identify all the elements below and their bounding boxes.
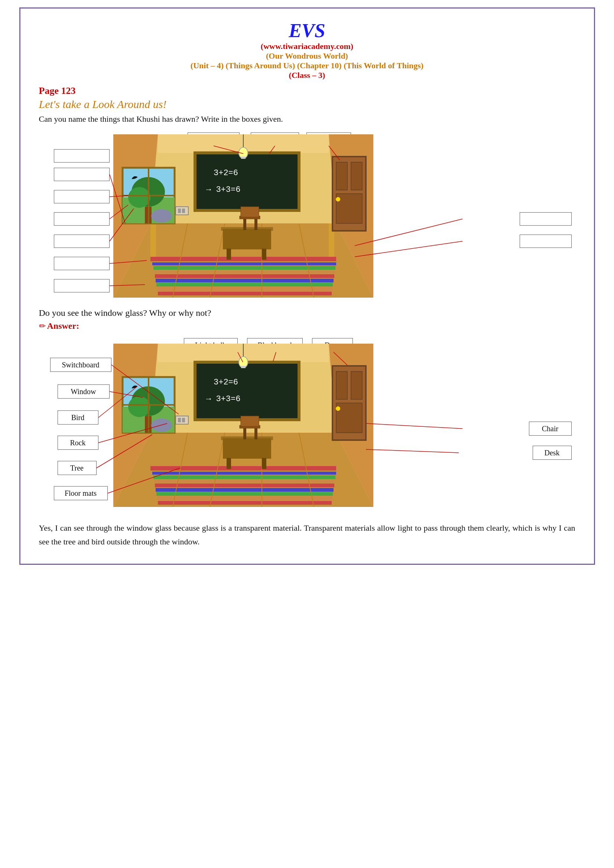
svg-rect-92 <box>241 366 246 368</box>
svg-rect-71 <box>155 488 334 492</box>
svg-rect-47 <box>241 207 259 217</box>
label-desk: Desk <box>533 446 572 460</box>
question-text: Do you see the window glass? Why or why … <box>39 308 575 318</box>
blank-label-top-left[interactable] <box>54 149 110 163</box>
svg-rect-103 <box>227 458 231 469</box>
instruction: Can you name the things that Khushi has … <box>39 114 575 124</box>
subtitle1: (Our Wondrous World) <box>39 51 575 61</box>
classroom-answered: Light bulb Blackboard Door Switchboard W… <box>39 336 575 515</box>
svg-rect-102 <box>223 438 271 459</box>
website: (www.tiwariacademy.com) <box>39 42 575 51</box>
svg-rect-106 <box>241 416 259 426</box>
svg-rect-14 <box>151 223 156 257</box>
svg-point-84 <box>151 418 172 432</box>
answer-pencil-icon: ✏ <box>39 321 46 331</box>
title: EVS <box>39 20 575 42</box>
svg-point-41 <box>336 197 340 202</box>
svg-rect-44 <box>227 249 231 260</box>
classroom-blank: 3+2=6 → 3+3=6 <box>39 131 575 301</box>
svg-rect-40 <box>336 194 362 223</box>
blank-label-left1[interactable] <box>54 168 110 181</box>
section-title: Let's take a Look Around us! <box>39 98 575 111</box>
label-floor-mats: Floor mats <box>54 486 108 500</box>
svg-rect-69 <box>154 480 335 483</box>
svg-rect-95 <box>182 418 185 422</box>
svg-rect-33 <box>241 157 246 159</box>
svg-rect-45 <box>262 249 266 260</box>
svg-rect-66 <box>151 466 336 471</box>
svg-rect-70 <box>155 484 334 487</box>
svg-line-119 <box>366 450 459 453</box>
classroom-svg-answered: 3+2=6 → 3+3=6 <box>113 340 373 511</box>
subtitle3: (Class – 3) <box>39 71 575 80</box>
svg-rect-107 <box>243 428 246 439</box>
subtitle2: (Unit – 4) (Things Around Us) (Chapter 1… <box>39 61 575 71</box>
header: EVS (www.tiwariacademy.com) (Our Wondrou… <box>39 20 575 80</box>
svg-point-24 <box>128 187 151 208</box>
svg-text:3+2=6: 3+2=6 <box>214 169 238 178</box>
svg-rect-43 <box>223 229 271 250</box>
answer-paragraph: Yes, I can see through the window glass … <box>39 521 575 549</box>
svg-rect-35 <box>178 209 181 213</box>
svg-text:→ 3+3=6: → 3+3=6 <box>206 185 240 194</box>
svg-rect-97 <box>336 372 347 399</box>
blank-label-left2[interactable] <box>54 190 110 203</box>
blank-label-left5[interactable] <box>54 257 110 270</box>
answer-label-text: Answer: <box>47 321 79 331</box>
svg-point-25 <box>151 209 172 223</box>
svg-rect-49 <box>255 219 257 230</box>
svg-line-118 <box>366 423 462 429</box>
blank-label-left3[interactable] <box>54 212 110 226</box>
svg-rect-5 <box>151 257 336 261</box>
svg-rect-36 <box>182 209 185 213</box>
answer-header: ✏ Answer: <box>39 321 575 331</box>
page-container: EVS (www.tiwariacademy.com) (Our Wondrou… <box>19 8 595 565</box>
svg-rect-28 <box>195 153 299 211</box>
svg-text:3+2=6: 3+2=6 <box>214 378 238 387</box>
svg-rect-94 <box>178 418 181 422</box>
svg-rect-9 <box>155 274 334 278</box>
svg-rect-13 <box>158 292 332 295</box>
blank-label-right1[interactable] <box>520 212 572 226</box>
svg-rect-98 <box>351 372 362 399</box>
svg-rect-38 <box>336 162 347 190</box>
svg-rect-12 <box>157 287 333 291</box>
svg-point-83 <box>128 396 151 417</box>
svg-rect-104 <box>262 458 266 469</box>
label-rock: Rock <box>58 436 98 450</box>
label-tree: Tree <box>58 461 96 475</box>
svg-rect-11 <box>156 283 333 287</box>
svg-rect-39 <box>351 162 362 190</box>
svg-rect-74 <box>158 501 332 505</box>
svg-text:→ 3+3=6: → 3+3=6 <box>206 394 240 404</box>
svg-rect-99 <box>336 403 362 433</box>
svg-rect-73 <box>157 496 333 500</box>
blank-label-left6[interactable] <box>54 279 110 293</box>
svg-rect-10 <box>155 279 334 282</box>
svg-rect-72 <box>156 492 333 496</box>
label-chair: Chair <box>529 422 572 436</box>
blank-label-right2[interactable] <box>520 234 572 248</box>
svg-point-100 <box>336 406 340 411</box>
page-number: Page 123 <box>39 85 575 96</box>
svg-rect-8 <box>154 271 335 273</box>
label-window: Window <box>58 384 110 398</box>
svg-rect-48 <box>243 219 246 230</box>
label-bird: Bird <box>58 411 98 425</box>
blank-label-left4[interactable] <box>54 234 110 248</box>
classroom-svg-blank: 3+2=6 → 3+3=6 <box>113 134 373 298</box>
label-switchboard: Switchboard <box>50 358 112 372</box>
svg-rect-108 <box>255 428 257 439</box>
svg-rect-87 <box>195 362 299 420</box>
